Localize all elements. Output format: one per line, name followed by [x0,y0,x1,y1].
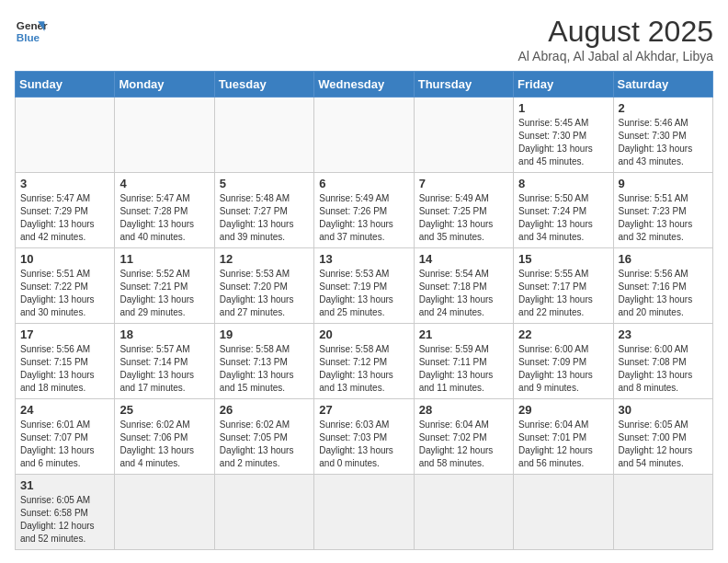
col-header-tuesday: Tuesday [214,72,313,98]
day-number: 6 [319,177,408,190]
calendar-cell: 22Sunrise: 6:00 AM Sunset: 7:09 PM Dayli… [514,324,613,399]
calendar-cell: 8Sunrise: 5:50 AM Sunset: 7:24 PM Daylig… [514,173,613,248]
calendar-cell [214,475,313,550]
calendar-cell: 24Sunrise: 6:01 AM Sunset: 7:07 PM Dayli… [16,399,115,475]
sun-info: Sunrise: 5:58 AM Sunset: 7:13 PM Dayligh… [220,343,309,395]
day-number: 18 [119,327,209,341]
day-number: 1 [518,101,608,115]
location-subtitle: Al Abraq, Al Jabal al Akhdar, Libya [518,49,713,63]
day-number: 22 [518,327,608,341]
sun-info: Sunrise: 5:49 AM Sunset: 7:26 PM Dayligh… [319,192,408,244]
logo-icon: General Blue [15,15,48,48]
day-number: 17 [20,327,109,341]
sun-info: Sunrise: 6:00 AM Sunset: 7:09 PM Dayligh… [518,343,608,395]
day-number: 27 [319,403,408,417]
calendar-cell: 25Sunrise: 6:02 AM Sunset: 7:06 PM Dayli… [115,399,214,475]
day-number: 15 [518,252,608,266]
sun-info: Sunrise: 5:56 AM Sunset: 7:16 PM Dayligh… [619,268,708,319]
sun-info: Sunrise: 5:53 AM Sunset: 7:20 PM Dayligh… [220,268,309,319]
calendar-cell [115,475,214,550]
sun-info: Sunrise: 5:53 AM Sunset: 7:19 PM Dayligh… [319,268,408,319]
sun-info: Sunrise: 5:51 AM Sunset: 7:23 PM Dayligh… [619,192,708,244]
sun-info: Sunrise: 5:54 AM Sunset: 7:18 PM Dayligh… [419,268,508,319]
sun-info: Sunrise: 5:49 AM Sunset: 7:25 PM Dayligh… [419,192,508,244]
day-number: 8 [518,177,608,190]
day-number: 10 [20,252,109,266]
sun-info: Sunrise: 6:05 AM Sunset: 7:00 PM Dayligh… [619,419,708,470]
calendar-cell: 10Sunrise: 5:51 AM Sunset: 7:22 PM Dayli… [16,248,115,324]
svg-text:Blue: Blue [17,31,40,43]
col-header-thursday: Thursday [414,72,513,98]
sun-info: Sunrise: 5:46 AM Sunset: 7:30 PM Dayligh… [619,117,708,168]
col-header-wednesday: Wednesday [314,72,414,98]
calendar-cell: 2Sunrise: 5:46 AM Sunset: 7:30 PM Daylig… [613,98,712,173]
col-header-sunday: Sunday [16,72,115,98]
calendar-cell: 13Sunrise: 5:53 AM Sunset: 7:19 PM Dayli… [314,248,414,324]
calendar-cell: 28Sunrise: 6:04 AM Sunset: 7:02 PM Dayli… [414,399,513,475]
day-number: 20 [319,327,408,341]
calendar-cell: 19Sunrise: 5:58 AM Sunset: 7:13 PM Dayli… [214,324,313,399]
day-number: 25 [119,403,209,417]
calendar-cell: 26Sunrise: 6:02 AM Sunset: 7:05 PM Dayli… [214,399,313,475]
calendar-header-row: SundayMondayTuesdayWednesdayThursdayFrid… [16,72,713,98]
sun-info: Sunrise: 5:52 AM Sunset: 7:21 PM Dayligh… [119,268,209,319]
day-number: 12 [220,252,309,266]
day-number: 2 [619,101,708,115]
day-number: 3 [20,177,109,190]
calendar-cell: 20Sunrise: 5:58 AM Sunset: 7:12 PM Dayli… [314,324,414,399]
day-number: 5 [220,177,309,190]
calendar-cell: 1Sunrise: 5:45 AM Sunset: 7:30 PM Daylig… [514,98,613,173]
sun-info: Sunrise: 5:45 AM Sunset: 7:30 PM Dayligh… [518,117,608,168]
calendar-cell [414,475,513,550]
sun-info: Sunrise: 5:56 AM Sunset: 7:15 PM Dayligh… [20,343,109,395]
calendar-cell [613,475,712,550]
day-number: 24 [20,403,109,417]
col-header-friday: Friday [514,72,613,98]
day-number: 14 [419,252,508,266]
calendar-cell: 12Sunrise: 5:53 AM Sunset: 7:20 PM Dayli… [214,248,313,324]
calendar-cell: 18Sunrise: 5:57 AM Sunset: 7:14 PM Dayli… [115,324,214,399]
day-number: 29 [518,403,608,417]
sun-info: Sunrise: 6:02 AM Sunset: 7:06 PM Dayligh… [119,419,209,470]
sun-info: Sunrise: 6:00 AM Sunset: 7:08 PM Dayligh… [619,343,708,395]
calendar-cell: 31Sunrise: 6:05 AM Sunset: 6:58 PM Dayli… [16,475,115,550]
calendar-cell: 9Sunrise: 5:51 AM Sunset: 7:23 PM Daylig… [613,173,712,248]
day-number: 21 [419,327,508,341]
sun-info: Sunrise: 6:01 AM Sunset: 7:07 PM Dayligh… [20,419,109,470]
title-area: August 2025 Al Abraq, Al Jabal al Akhdar… [518,15,713,63]
calendar-week-row: 1Sunrise: 5:45 AM Sunset: 7:30 PM Daylig… [16,98,713,173]
sun-info: Sunrise: 5:58 AM Sunset: 7:12 PM Dayligh… [319,343,408,395]
calendar-cell [314,98,414,173]
sun-info: Sunrise: 6:02 AM Sunset: 7:05 PM Dayligh… [220,419,309,470]
day-number: 19 [220,327,309,341]
logo: General Blue [15,15,48,48]
sun-info: Sunrise: 5:48 AM Sunset: 7:27 PM Dayligh… [220,192,309,244]
day-number: 7 [419,177,508,190]
calendar-cell [514,475,613,550]
calendar-cell [414,98,513,173]
calendar-week-row: 17Sunrise: 5:56 AM Sunset: 7:15 PM Dayli… [16,324,713,399]
calendar-cell: 17Sunrise: 5:56 AM Sunset: 7:15 PM Dayli… [16,324,115,399]
day-number: 11 [119,252,209,266]
sun-info: Sunrise: 5:47 AM Sunset: 7:29 PM Dayligh… [20,192,109,244]
calendar-table: SundayMondayTuesdayWednesdayThursdayFrid… [15,71,713,550]
calendar-week-row: 31Sunrise: 6:05 AM Sunset: 6:58 PM Dayli… [16,475,713,550]
sun-info: Sunrise: 5:57 AM Sunset: 7:14 PM Dayligh… [119,343,209,395]
day-number: 30 [619,403,708,417]
col-header-monday: Monday [115,72,214,98]
calendar-cell: 21Sunrise: 5:59 AM Sunset: 7:11 PM Dayli… [414,324,513,399]
calendar-cell: 15Sunrise: 5:55 AM Sunset: 7:17 PM Dayli… [514,248,613,324]
calendar-cell: 14Sunrise: 5:54 AM Sunset: 7:18 PM Dayli… [414,248,513,324]
sun-info: Sunrise: 6:04 AM Sunset: 7:01 PM Dayligh… [518,419,608,470]
day-number: 16 [619,252,708,266]
calendar-cell: 29Sunrise: 6:04 AM Sunset: 7:01 PM Dayli… [514,399,613,475]
calendar-cell [115,98,214,173]
calendar-cell: 11Sunrise: 5:52 AM Sunset: 7:21 PM Dayli… [115,248,214,324]
page-header: General Blue August 2025 Al Abraq, Al Ja… [15,15,713,63]
calendar-cell: 30Sunrise: 6:05 AM Sunset: 7:00 PM Dayli… [613,399,712,475]
calendar-cell [16,98,115,173]
calendar-cell: 23Sunrise: 6:00 AM Sunset: 7:08 PM Dayli… [613,324,712,399]
calendar-cell: 6Sunrise: 5:49 AM Sunset: 7:26 PM Daylig… [314,173,414,248]
calendar-cell: 3Sunrise: 5:47 AM Sunset: 7:29 PM Daylig… [16,173,115,248]
sun-info: Sunrise: 6:03 AM Sunset: 7:03 PM Dayligh… [319,419,408,470]
